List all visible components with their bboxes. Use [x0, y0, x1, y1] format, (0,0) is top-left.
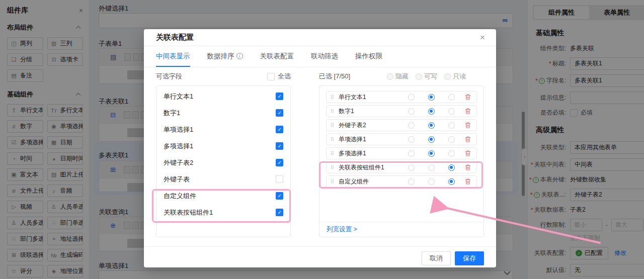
delete-icon[interactable]: [461, 164, 474, 171]
field-checkbox[interactable]: [276, 109, 283, 117]
delete-icon[interactable]: [461, 108, 474, 115]
available-fields-header: 可选字段: [156, 72, 182, 81]
selected-field-row[interactable]: ⠿ 数字1: [326, 105, 477, 117]
field-label: 单项选择1: [164, 125, 193, 134]
read-radio[interactable]: [448, 164, 455, 171]
selected-field-row[interactable]: ⠿ 自定义组件: [326, 175, 477, 188]
field-checkbox[interactable]: [276, 159, 283, 166]
write-radio[interactable]: [428, 150, 435, 157]
delete-icon[interactable]: [461, 94, 474, 101]
tab-data-sort[interactable]: 数据排序i: [207, 46, 243, 67]
field-label: 自定义组件: [339, 177, 401, 186]
write-radio[interactable]: [428, 136, 435, 143]
field-label: 外键子表2: [339, 121, 401, 130]
available-field-row[interactable]: 外键子表2: [156, 154, 290, 171]
write-radio[interactable]: [428, 108, 435, 115]
selected-field-row[interactable]: ⠿ 关联表按钮组件1: [326, 161, 477, 173]
hide-radio[interactable]: [408, 122, 415, 129]
available-field-row[interactable]: 数字1: [156, 105, 290, 121]
select-all-label: 全选: [278, 72, 291, 81]
field-checkbox[interactable]: [276, 209, 283, 216]
form-designer-app: 组件库 × 布局组件 ◫ 两列 ▥ 三列 ❏ 分组 ⊡ 选项卡: [0, 0, 644, 279]
tab-linkage-filter[interactable]: 联动筛选: [311, 46, 338, 67]
read-radio[interactable]: [448, 94, 455, 101]
related-table-config-dialog: 关联表配置 × 中间表显示 数据排序i 关联表配置 联动筛选 操作权限 可选字段…: [144, 29, 496, 267]
delete-icon[interactable]: [461, 178, 474, 185]
field-label: 外键子表: [164, 175, 190, 184]
drag-handle-icon[interactable]: ⠿: [331, 165, 339, 170]
dialog-title: 关联表配置: [156, 33, 194, 42]
tab-related-table-config[interactable]: 关联表配置: [260, 46, 294, 67]
tab-middle-table-display[interactable]: 中间表显示: [156, 46, 190, 67]
field-label: 单行文本1: [339, 93, 401, 102]
hide-radio[interactable]: [408, 94, 415, 101]
selected-field-row[interactable]: ⠿ 单行文本1: [326, 91, 477, 103]
read-all-radio[interactable]: 只读: [444, 72, 466, 81]
field-label: 单项选择1: [339, 135, 401, 144]
drag-handle-icon[interactable]: ⠿: [331, 95, 339, 100]
available-field-row[interactable]: 单项选择1: [156, 121, 290, 138]
selected-field-row[interactable]: ⠿ 外键子表2: [326, 119, 477, 131]
dialog-tabbar: 中间表显示 数据排序i 关联表配置 联动筛选 操作权限: [144, 46, 496, 67]
read-radio[interactable]: [448, 122, 455, 129]
field-label: 自定义组件: [164, 192, 196, 201]
hide-radio[interactable]: [408, 164, 415, 171]
hide-radio[interactable]: [408, 178, 415, 185]
tab-operation-permission[interactable]: 操作权限: [355, 46, 382, 67]
selected-field-row[interactable]: ⠿ 单项选择1: [326, 133, 477, 145]
field-checkbox[interactable]: [276, 142, 283, 150]
available-fields-list: 单行文本1 数字1 单项选择1 多项选择1 外键子表2: [156, 85, 291, 237]
read-radio[interactable]: [448, 178, 455, 185]
field-label: 多项选择1: [164, 142, 193, 151]
read-radio[interactable]: [448, 108, 455, 115]
drag-handle-icon[interactable]: ⠿: [331, 137, 339, 142]
field-checkbox[interactable]: [276, 126, 283, 133]
hide-all-radio[interactable]: 隐藏: [387, 72, 409, 81]
field-label: 数字1: [164, 109, 180, 118]
write-all-radio[interactable]: 可写: [416, 72, 437, 81]
read-radio[interactable]: [448, 150, 455, 157]
drag-handle-icon[interactable]: ⠿: [331, 151, 339, 156]
write-radio[interactable]: [428, 122, 435, 129]
available-field-row[interactable]: 关联表按钮组件1: [156, 204, 290, 221]
cancel-button[interactable]: 取消: [422, 251, 451, 265]
selected-field-row[interactable]: ⠿ 多项选择1: [326, 147, 477, 159]
write-radio[interactable]: [428, 94, 435, 101]
save-button[interactable]: 保存: [455, 251, 484, 265]
column-width-settings-link[interactable]: 列宽设置 >: [327, 225, 357, 234]
field-label: 关联表按钮组件1: [339, 163, 401, 172]
field-label: 关联表按钮组件1: [164, 208, 213, 217]
write-radio[interactable]: [428, 178, 435, 185]
hide-radio[interactable]: [408, 136, 415, 143]
drag-handle-icon[interactable]: ⠿: [331, 109, 339, 114]
selected-fields-panel: ⠿ 单行文本1 ⠿ 数字1: [319, 85, 484, 237]
field-checkbox[interactable]: [276, 175, 283, 183]
info-icon: i: [236, 53, 243, 59]
available-field-row[interactable]: 自定义组件: [156, 188, 290, 204]
field-label: 单行文本1: [164, 92, 193, 101]
delete-icon[interactable]: [461, 136, 474, 143]
field-checkbox[interactable]: [276, 192, 283, 200]
drag-handle-icon[interactable]: ⠿: [331, 123, 339, 128]
read-radio[interactable]: [448, 136, 455, 143]
field-label: 数字1: [339, 107, 401, 116]
close-icon[interactable]: ×: [480, 33, 485, 43]
available-field-row[interactable]: 外键子表: [156, 171, 290, 188]
delete-icon[interactable]: [461, 150, 474, 157]
field-label: 多项选择1: [339, 149, 401, 158]
selected-fields-list: ⠿ 单行文本1 ⠿ 数字1: [319, 86, 484, 222]
available-field-row[interactable]: 多项选择1: [156, 138, 290, 154]
hide-radio[interactable]: [408, 108, 415, 115]
available-field-row[interactable]: 单行文本1: [156, 88, 290, 105]
drag-handle-icon[interactable]: ⠿: [331, 179, 339, 184]
select-all-checkbox[interactable]: [267, 73, 275, 80]
selected-fields-header: 已选 [7/50]: [319, 72, 350, 81]
write-radio[interactable]: [428, 164, 435, 171]
field-label: 外键子表2: [164, 158, 193, 167]
delete-icon[interactable]: [461, 122, 474, 129]
field-checkbox[interactable]: [276, 92, 283, 100]
hide-radio[interactable]: [408, 150, 415, 157]
